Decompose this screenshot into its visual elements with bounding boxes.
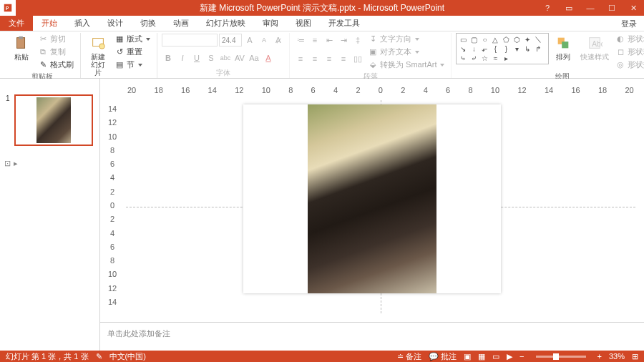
change-case-button[interactable]: Aa <box>248 52 260 64</box>
notes-toggle[interactable]: ≐ 备注 <box>397 351 421 362</box>
layout-button[interactable]: ▦版式 <box>112 33 152 45</box>
paste-button[interactable]: 粘贴 <box>9 33 34 62</box>
align-text-icon: ▣ <box>368 47 378 57</box>
close-icon[interactable]: ✕ <box>623 0 644 16</box>
section-button[interactable]: ▤节 <box>112 59 152 71</box>
zoom-slider[interactable] <box>536 356 586 358</box>
horizontal-ruler: 201816141210864202468101214161820 <box>126 86 635 94</box>
new-slide-button[interactable]: 新建 幻灯片 <box>85 33 111 78</box>
align-right-button[interactable]: ≡ <box>323 52 336 65</box>
minimize-icon[interactable]: — <box>580 0 601 16</box>
font-name-combo[interactable] <box>162 34 218 47</box>
reading-view-icon[interactable]: ▭ <box>492 352 499 361</box>
smartart-button[interactable]: ⬙转换为 SmartArt <box>366 59 447 71</box>
shape-outline-button[interactable]: ◻形状轮廓 <box>613 46 644 58</box>
text-direction-button[interactable]: ↧文字方向 <box>366 33 447 45</box>
tab-file[interactable]: 文件 <box>0 16 33 31</box>
tab-developer[interactable]: 开发工具 <box>320 16 369 31</box>
increase-indent-button[interactable]: ⇥ <box>337 34 350 47</box>
tab-design[interactable]: 设计 <box>99 16 132 31</box>
copy-button[interactable]: ⧉复制 <box>36 46 76 58</box>
slide[interactable] <box>243 104 501 293</box>
new-slide-icon <box>89 34 107 52</box>
group-paragraph: ≔ ≡ ⇤ ⇥ ‡ ≡ ≡ ≡ ≡ ▯▯ ↧文字方向 ▣对齐文本 ⬙转换为 Sm… <box>290 33 452 78</box>
zoom-in-button[interactable]: + <box>597 352 602 361</box>
notes-pane[interactable]: 单击此处添加备注 <box>100 322 644 351</box>
line-spacing-button[interactable]: ‡ <box>351 34 364 47</box>
spellcheck-icon[interactable]: ✎ <box>96 352 102 361</box>
svg-rect-2 <box>17 38 25 49</box>
decrease-indent-button[interactable]: ⇤ <box>323 34 336 47</box>
shape-fill-button[interactable]: ◐形状填充 <box>613 33 644 45</box>
thumbnail-pane[interactable]: 1 <box>0 79 100 351</box>
italic-button[interactable]: I <box>176 52 189 64</box>
reset-button[interactable]: ↺重置 <box>112 46 152 58</box>
maximize-icon[interactable]: ☐ <box>601 0 623 16</box>
expand-icon[interactable]: ▸ <box>14 159 18 168</box>
align-center-button[interactable]: ≡ <box>308 52 321 65</box>
sign-in-link[interactable]: 登录 <box>621 16 637 31</box>
group-drawing: ▭▢○△⬠⬡✦ ＼↘↓⬐{}▾ ↳↱⤷⤶☆≈▸ 排列 Abc 快速样式 ◐形状填… <box>452 33 644 78</box>
copy-icon: ⧉ <box>38 47 48 57</box>
brush-icon: ✎ <box>38 60 48 70</box>
justify-button[interactable]: ≡ <box>337 52 350 65</box>
group-clipboard: 粘贴 ✂剪切 ⧉复制 ✎格式刷 剪贴板 <box>4 33 81 78</box>
shrink-font-button[interactable]: A <box>258 34 270 47</box>
slideshow-view-icon[interactable]: ▶ <box>507 352 512 361</box>
bullets-button[interactable]: ≔ <box>294 34 307 47</box>
tab-transitions[interactable]: 切换 <box>132 16 165 31</box>
tab-review[interactable]: 审阅 <box>254 16 287 31</box>
shadow-button[interactable]: abc <box>219 52 232 64</box>
tab-slideshow[interactable]: 幻灯片放映 <box>197 16 254 31</box>
font-size-combo[interactable]: 24.4 <box>219 34 242 47</box>
align-left-button[interactable]: ≡ <box>294 52 307 65</box>
strike-button[interactable]: S <box>205 52 218 64</box>
arrange-icon <box>555 34 572 52</box>
scissors-icon: ✂ <box>38 34 48 44</box>
comments-toggle[interactable]: 💬 批注 <box>429 351 457 362</box>
language-label[interactable]: 中文(中国) <box>109 351 146 362</box>
zoom-out-button[interactable]: − <box>519 352 524 361</box>
numbering-button[interactable]: ≡ <box>308 34 321 47</box>
bold-button[interactable]: B <box>162 52 175 64</box>
underline-button[interactable]: U <box>190 52 203 64</box>
paste-icon <box>13 34 30 52</box>
grow-font-button[interactable]: A <box>243 34 256 47</box>
fit-window-icon[interactable]: ⊞ <box>632 352 638 361</box>
quick-styles-button[interactable]: Abc 快速样式 <box>577 33 612 62</box>
group-slides: 新建 幻灯片 ▦版式 ↺重置 ▤节 幻灯片 <box>81 33 157 78</box>
title-bar: P 新建 Microsoft PowerPoint 演示文稿.pptx - Mi… <box>0 0 644 16</box>
status-bar: 幻灯片 第 1 张，共 1 张 ✎ 中文(中国) ≐ 备注 💬 批注 ▣ ▦ ▭… <box>0 351 644 362</box>
tab-animations[interactable]: 动画 <box>165 16 197 31</box>
app-icon: P <box>0 0 16 16</box>
slide-image[interactable] <box>308 104 436 293</box>
tab-view[interactable]: 视图 <box>287 16 320 31</box>
tab-insert[interactable]: 插入 <box>66 16 99 31</box>
reset-icon: ↺ <box>114 47 125 57</box>
align-text-button[interactable]: ▣对齐文本 <box>366 46 447 58</box>
ribbon-tabs: 文件 开始 插入 设计 切换 动画 幻灯片放映 审阅 视图 开发工具 登录 <box>0 16 644 31</box>
help-icon[interactable]: ? <box>537 0 558 16</box>
outline-toggle-icon[interactable]: ⊡ <box>4 159 11 168</box>
tab-home[interactable]: 开始 <box>33 16 66 31</box>
shape-effects-button[interactable]: ◎形状效果 <box>613 59 644 71</box>
ribbon-display-icon[interactable]: ▭ <box>558 0 580 16</box>
zoom-level[interactable]: 33% <box>609 352 625 361</box>
arrange-button[interactable]: 排列 <box>550 33 576 62</box>
shapes-gallery[interactable]: ▭▢○△⬠⬡✦ ＼↘↓⬐{}▾ ↳↱⤷⤶☆≈▸ <box>456 33 549 64</box>
slide-thumbnail[interactable]: 1 <box>6 94 94 146</box>
slide-count-label: 幻灯片 第 1 张，共 1 张 <box>6 351 89 362</box>
clear-format-button[interactable]: A̷ <box>272 34 285 47</box>
font-color-button[interactable]: A <box>262 52 275 64</box>
smartart-icon: ⬙ <box>368 60 378 70</box>
effects-icon: ◎ <box>615 60 625 70</box>
sorter-view-icon[interactable]: ▦ <box>478 352 485 361</box>
format-painter-button[interactable]: ✎格式刷 <box>36 59 76 71</box>
cut-button[interactable]: ✂剪切 <box>36 33 76 45</box>
char-spacing-button[interactable]: AV <box>233 52 246 64</box>
workspace: ⊡ ▸ 1 201816141210864202468101214161820 … <box>0 79 644 351</box>
vertical-ruler: 141210864202468101214 <box>107 104 117 306</box>
columns-button[interactable]: ▯▯ <box>351 52 364 65</box>
normal-view-icon[interactable]: ▣ <box>464 352 471 361</box>
window-title: 新建 Microsoft PowerPoint 演示文稿.pptx - Micr… <box>200 2 444 14</box>
